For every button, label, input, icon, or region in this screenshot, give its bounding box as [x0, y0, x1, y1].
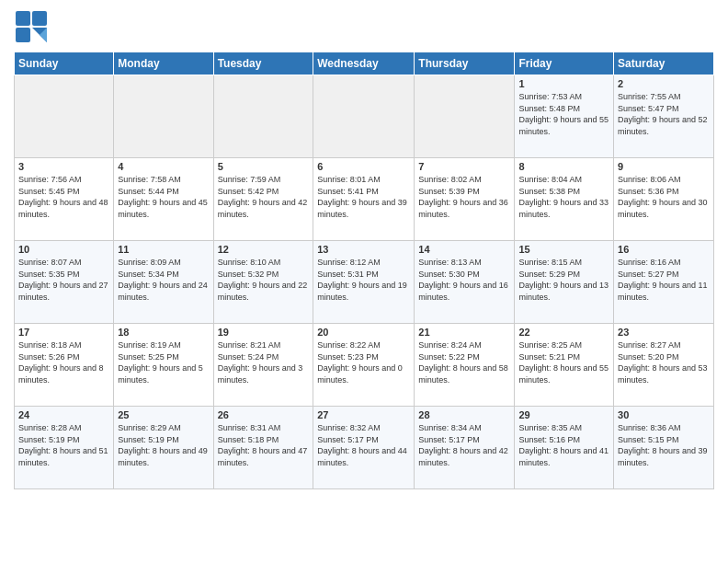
calendar-week-3: 10Sunrise: 8:07 AM Sunset: 5:35 PM Dayli… [15, 241, 714, 324]
calendar-cell: 10Sunrise: 8:07 AM Sunset: 5:35 PM Dayli… [15, 241, 114, 324]
calendar-cell: 24Sunrise: 8:28 AM Sunset: 5:19 PM Dayli… [15, 407, 114, 489]
day-number: 6 [317, 161, 410, 172]
svg-rect-0 [16, 11, 30, 26]
day-number: 22 [518, 327, 609, 338]
calendar-cell: 27Sunrise: 8:32 AM Sunset: 5:17 PM Dayli… [313, 407, 415, 489]
day-number: 8 [518, 161, 609, 172]
day-info: Sunrise: 8:24 AM Sunset: 5:22 PM Dayligh… [418, 339, 510, 385]
calendar-week-2: 3Sunrise: 7:56 AM Sunset: 5:45 PM Daylig… [15, 158, 714, 241]
logo [14, 9, 52, 44]
day-number: 2 [618, 78, 710, 89]
day-number: 14 [418, 244, 510, 255]
calendar-cell: 26Sunrise: 8:31 AM Sunset: 5:18 PM Dayli… [213, 407, 313, 489]
day-info: Sunrise: 7:55 AM Sunset: 5:47 PM Dayligh… [618, 91, 710, 137]
day-info: Sunrise: 7:58 AM Sunset: 5:44 PM Dayligh… [118, 174, 209, 220]
calendar-cell: 15Sunrise: 8:15 AM Sunset: 5:29 PM Dayli… [515, 241, 614, 324]
calendar-cell [15, 75, 114, 158]
calendar-cell [114, 75, 213, 158]
day-info: Sunrise: 7:59 AM Sunset: 5:42 PM Dayligh… [218, 174, 310, 220]
day-info: Sunrise: 8:35 AM Sunset: 5:16 PM Dayligh… [518, 422, 609, 468]
logo-icon [14, 9, 49, 44]
weekday-header-saturday: Saturday [614, 52, 714, 75]
day-info: Sunrise: 8:01 AM Sunset: 5:41 PM Dayligh… [317, 174, 410, 220]
day-number: 18 [118, 327, 209, 338]
day-info: Sunrise: 8:06 AM Sunset: 5:36 PM Dayligh… [618, 174, 710, 220]
day-number: 28 [418, 409, 510, 420]
day-info: Sunrise: 8:10 AM Sunset: 5:32 PM Dayligh… [218, 257, 310, 303]
calendar-cell: 28Sunrise: 8:34 AM Sunset: 5:17 PM Dayli… [415, 407, 515, 489]
weekday-header-wednesday: Wednesday [313, 52, 415, 75]
svg-rect-2 [16, 28, 30, 42]
day-info: Sunrise: 7:53 AM Sunset: 5:48 PM Dayligh… [518, 91, 609, 137]
calendar-cell: 30Sunrise: 8:36 AM Sunset: 5:15 PM Dayli… [614, 407, 714, 489]
calendar-cell: 4Sunrise: 7:58 AM Sunset: 5:44 PM Daylig… [114, 158, 213, 241]
calendar-cell: 20Sunrise: 8:22 AM Sunset: 5:23 PM Dayli… [313, 324, 415, 407]
day-number: 19 [218, 327, 310, 338]
calendar-cell: 7Sunrise: 8:02 AM Sunset: 5:39 PM Daylig… [415, 158, 515, 241]
calendar-cell: 18Sunrise: 8:19 AM Sunset: 5:25 PM Dayli… [114, 324, 213, 407]
calendar-cell: 21Sunrise: 8:24 AM Sunset: 5:22 PM Dayli… [415, 324, 515, 407]
day-number: 21 [418, 327, 510, 338]
day-info: Sunrise: 8:13 AM Sunset: 5:30 PM Dayligh… [418, 257, 510, 303]
day-number: 1 [518, 78, 609, 89]
day-number: 20 [317, 327, 410, 338]
calendar-table: SundayMondayTuesdayWednesdayThursdayFrid… [14, 52, 714, 489]
day-info: Sunrise: 8:28 AM Sunset: 5:19 PM Dayligh… [18, 422, 109, 468]
calendar-cell: 14Sunrise: 8:13 AM Sunset: 5:30 PM Dayli… [415, 241, 515, 324]
calendar-cell: 29Sunrise: 8:35 AM Sunset: 5:16 PM Dayli… [515, 407, 614, 489]
day-info: Sunrise: 8:32 AM Sunset: 5:17 PM Dayligh… [317, 422, 410, 468]
calendar-cell: 1Sunrise: 7:53 AM Sunset: 5:48 PM Daylig… [515, 75, 614, 158]
calendar-cell: 23Sunrise: 8:27 AM Sunset: 5:20 PM Dayli… [614, 324, 714, 407]
day-number: 7 [418, 161, 510, 172]
day-number: 25 [118, 409, 209, 420]
day-number: 23 [618, 327, 710, 338]
calendar-cell: 6Sunrise: 8:01 AM Sunset: 5:41 PM Daylig… [313, 158, 415, 241]
calendar-week-4: 17Sunrise: 8:18 AM Sunset: 5:26 PM Dayli… [15, 324, 714, 407]
weekday-header-sunday: Sunday [15, 52, 114, 75]
header [14, 9, 714, 44]
day-number: 24 [18, 409, 109, 420]
calendar-cell: 13Sunrise: 8:12 AM Sunset: 5:31 PM Dayli… [313, 241, 415, 324]
weekday-header-friday: Friday [515, 52, 614, 75]
day-info: Sunrise: 8:22 AM Sunset: 5:23 PM Dayligh… [317, 339, 410, 385]
day-info: Sunrise: 8:19 AM Sunset: 5:25 PM Dayligh… [118, 339, 209, 385]
day-number: 4 [118, 161, 209, 172]
calendar-cell: 17Sunrise: 8:18 AM Sunset: 5:26 PM Dayli… [15, 324, 114, 407]
day-info: Sunrise: 8:15 AM Sunset: 5:29 PM Dayligh… [518, 257, 609, 303]
day-info: Sunrise: 8:21 AM Sunset: 5:24 PM Dayligh… [218, 339, 310, 385]
day-info: Sunrise: 8:27 AM Sunset: 5:20 PM Dayligh… [618, 339, 710, 385]
day-number: 9 [618, 161, 710, 172]
calendar-cell: 9Sunrise: 8:06 AM Sunset: 5:36 PM Daylig… [614, 158, 714, 241]
page: SundayMondayTuesdayWednesdayThursdayFrid… [0, 0, 728, 563]
calendar-cell: 3Sunrise: 7:56 AM Sunset: 5:45 PM Daylig… [15, 158, 114, 241]
day-number: 27 [317, 409, 410, 420]
day-info: Sunrise: 8:25 AM Sunset: 5:21 PM Dayligh… [518, 339, 609, 385]
day-number: 10 [18, 244, 109, 255]
calendar-cell: 22Sunrise: 8:25 AM Sunset: 5:21 PM Dayli… [515, 324, 614, 407]
calendar-cell: 8Sunrise: 8:04 AM Sunset: 5:38 PM Daylig… [515, 158, 614, 241]
day-info: Sunrise: 7:56 AM Sunset: 5:45 PM Dayligh… [18, 174, 109, 220]
day-number: 15 [518, 244, 609, 255]
day-info: Sunrise: 8:12 AM Sunset: 5:31 PM Dayligh… [317, 257, 410, 303]
calendar-cell: 25Sunrise: 8:29 AM Sunset: 5:19 PM Dayli… [114, 407, 213, 489]
day-number: 11 [118, 244, 209, 255]
day-info: Sunrise: 8:29 AM Sunset: 5:19 PM Dayligh… [118, 422, 209, 468]
weekday-header-thursday: Thursday [415, 52, 515, 75]
day-number: 16 [618, 244, 710, 255]
calendar-cell: 5Sunrise: 7:59 AM Sunset: 5:42 PM Daylig… [213, 158, 313, 241]
calendar-cell [313, 75, 415, 158]
day-number: 26 [218, 409, 310, 420]
calendar-week-1: 1Sunrise: 7:53 AM Sunset: 5:48 PM Daylig… [15, 75, 714, 158]
day-info: Sunrise: 8:36 AM Sunset: 5:15 PM Dayligh… [618, 422, 710, 468]
calendar-cell: 2Sunrise: 7:55 AM Sunset: 5:47 PM Daylig… [614, 75, 714, 158]
calendar-cell: 12Sunrise: 8:10 AM Sunset: 5:32 PM Dayli… [213, 241, 313, 324]
day-number: 30 [618, 409, 710, 420]
day-info: Sunrise: 8:02 AM Sunset: 5:39 PM Dayligh… [418, 174, 510, 220]
weekday-header-monday: Monday [114, 52, 213, 75]
day-number: 3 [18, 161, 109, 172]
calendar-cell: 19Sunrise: 8:21 AM Sunset: 5:24 PM Dayli… [213, 324, 313, 407]
day-info: Sunrise: 8:04 AM Sunset: 5:38 PM Dayligh… [518, 174, 609, 220]
calendar-week-5: 24Sunrise: 8:28 AM Sunset: 5:19 PM Dayli… [15, 407, 714, 489]
day-number: 17 [18, 327, 109, 338]
day-info: Sunrise: 8:07 AM Sunset: 5:35 PM Dayligh… [18, 257, 109, 303]
